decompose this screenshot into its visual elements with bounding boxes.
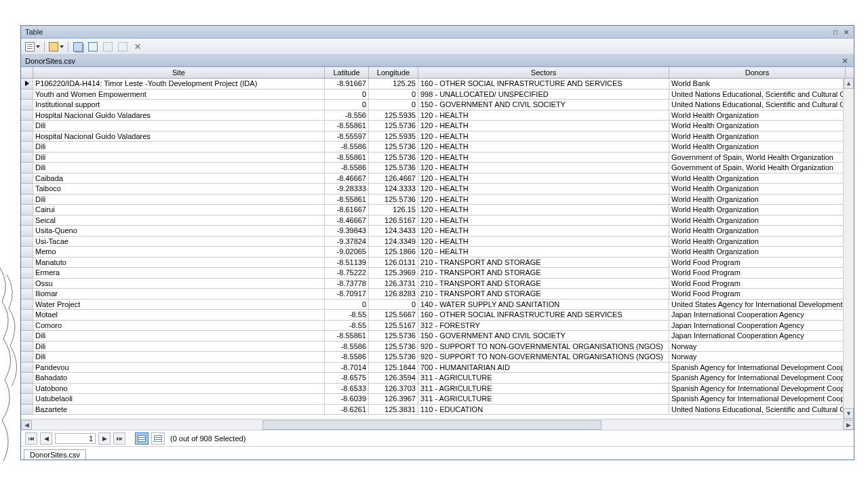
- cell-longitude[interactable]: 125.5736: [369, 121, 418, 131]
- related-tables-button[interactable]: [47, 40, 65, 54]
- row-selector[interactable]: [21, 121, 33, 131]
- cell-latitude[interactable]: -8.55861: [325, 331, 369, 342]
- table-row[interactable]: Institutional support00150 - GOVERNMENT …: [21, 100, 854, 110]
- row-selector[interactable]: [21, 163, 33, 174]
- row-selector[interactable]: [21, 226, 33, 237]
- cell-donors[interactable]: World Health Organization: [669, 226, 846, 237]
- table-row[interactable]: Iliomar-8.70917126.8283210 - TRANSPORT A…: [21, 289, 854, 300]
- cell-longitude[interactable]: 126.3703: [369, 384, 418, 394]
- cell-latitude[interactable]: -9.02065: [325, 247, 369, 258]
- cell-longitude[interactable]: 125.3831: [369, 405, 418, 415]
- switch-selection-button[interactable]: [86, 40, 100, 54]
- table-row[interactable]: Dili-8.5586125.5736920 - SUPPORT TO NON-…: [21, 352, 854, 363]
- table-row[interactable]: Usi-Tacae-9.37824124.3349120 - HEALTHWor…: [21, 237, 854, 247]
- cell-sectors[interactable]: 120 - HEALTH: [418, 247, 669, 258]
- col-header-latitude[interactable]: Latitude: [325, 67, 369, 78]
- cell-donors[interactable]: World Health Organization: [669, 195, 846, 205]
- row-selector[interactable]: [21, 321, 33, 331]
- cell-longitude[interactable]: 125.5935: [369, 131, 418, 142]
- cell-donors[interactable]: World Food Program: [669, 289, 846, 300]
- table-row[interactable]: Bazartete-8.6261125.3831110 - EDUCATIONU…: [21, 405, 854, 415]
- cell-site[interactable]: Bahadato: [33, 373, 325, 384]
- cell-latitude[interactable]: -8.5586: [325, 163, 369, 174]
- table-row[interactable]: Hospital Nacional Guido Valadares-8.5559…: [21, 131, 854, 142]
- cell-latitude[interactable]: -8.5586: [325, 142, 369, 152]
- row-selector[interactable]: [21, 268, 33, 279]
- cell-sectors[interactable]: 120 - HEALTH: [418, 205, 669, 216]
- cell-site[interactable]: Ossu: [33, 279, 325, 289]
- cell-sectors[interactable]: 998 - UNALLOCATED/ UNSPECIFIED: [418, 89, 669, 100]
- cell-site[interactable]: Dili: [33, 331, 325, 342]
- cell-site[interactable]: Motael: [33, 310, 325, 321]
- cell-latitude[interactable]: -8.55861: [325, 121, 369, 131]
- cell-latitude[interactable]: -9.28333: [325, 184, 369, 195]
- cell-longitude[interactable]: 125.5736: [369, 163, 418, 174]
- row-selector[interactable]: [21, 352, 33, 363]
- row-selector[interactable]: [21, 384, 33, 394]
- cell-latitude[interactable]: -8.61667: [325, 205, 369, 216]
- delete-button[interactable]: ✕: [131, 40, 144, 54]
- cell-site[interactable]: Usita-Queno: [33, 226, 325, 237]
- cell-latitude[interactable]: -8.46667: [325, 216, 369, 226]
- cell-site[interactable]: Dili: [33, 152, 325, 163]
- first-record-button[interactable]: ⏮: [25, 432, 37, 445]
- row-selector[interactable]: [21, 394, 33, 405]
- horizontal-scrollbar[interactable]: ◀ ▶: [21, 419, 854, 430]
- cell-site[interactable]: Bazartete: [33, 405, 325, 415]
- row-selector[interactable]: [21, 279, 33, 289]
- row-selector[interactable]: [21, 300, 33, 310]
- cell-site[interactable]: Dili: [33, 195, 325, 205]
- cell-sectors[interactable]: 150 - GOVERNMENT AND CIVIL SOCIETY: [418, 331, 669, 342]
- cell-latitude[interactable]: -8.6533: [325, 384, 369, 394]
- cell-sectors[interactable]: 311 - AGRICULTURE: [418, 384, 669, 394]
- cell-donors[interactable]: World Health Organization: [669, 174, 846, 184]
- row-selector[interactable]: [21, 405, 33, 415]
- cell-donors[interactable]: World Food Program: [669, 258, 846, 268]
- cell-donors[interactable]: United Nations Educational, Scientific a…: [669, 100, 846, 110]
- grid-body[interactable]: P106220/IDA-H414: Timor Leste -Youth Dev…: [21, 79, 854, 419]
- cell-sectors[interactable]: 312 - FORESTRY: [418, 321, 669, 331]
- cell-longitude[interactable]: 124.3433: [369, 226, 418, 237]
- cell-longitude[interactable]: 124.3333: [369, 184, 418, 195]
- cell-longitude[interactable]: 126.8283: [369, 289, 418, 300]
- table-row[interactable]: Cairui-8.61667126.15120 - HEALTHWorld He…: [21, 205, 854, 216]
- cell-sectors[interactable]: 311 - AGRICULTURE: [418, 394, 669, 405]
- row-selector[interactable]: [21, 363, 33, 373]
- row-selector-header[interactable]: [21, 67, 33, 78]
- cell-donors[interactable]: United Nations Educational, Scientific a…: [669, 89, 846, 100]
- cell-site[interactable]: Uatubelaoli: [33, 394, 325, 405]
- cell-sectors[interactable]: 120 - HEALTH: [418, 110, 669, 121]
- cell-sectors[interactable]: 120 - HEALTH: [418, 184, 669, 195]
- cell-sectors[interactable]: 150 - GOVERNMENT AND CIVIL SOCIETY: [418, 100, 669, 110]
- table-row[interactable]: Youth and Women Empowerment00998 - UNALL…: [21, 89, 854, 100]
- row-selector[interactable]: [21, 174, 33, 184]
- cell-site[interactable]: Memo: [33, 247, 325, 258]
- cell-longitude[interactable]: 125.1866: [369, 247, 418, 258]
- table-row[interactable]: Manatuto-8.51139126.0131210 - TRANSPORT …: [21, 258, 854, 268]
- record-number-input[interactable]: [55, 433, 96, 444]
- row-selector[interactable]: [21, 110, 33, 121]
- scroll-thumb[interactable]: [262, 420, 601, 430]
- table-row[interactable]: Water Project00140 - WATER SUPPLY AND SA…: [21, 300, 854, 310]
- cell-site[interactable]: Caibada: [33, 174, 325, 184]
- table-row[interactable]: Seical-8.46667126.5167120 - HEALTHWorld …: [21, 216, 854, 226]
- cell-site[interactable]: Dili: [33, 163, 325, 174]
- cell-donors[interactable]: World Bank: [669, 79, 846, 89]
- cell-latitude[interactable]: -8.91667: [325, 79, 369, 89]
- cell-latitude[interactable]: -8.7014: [325, 363, 369, 373]
- scroll-down-icon[interactable]: ▼: [844, 408, 854, 419]
- scroll-up-icon[interactable]: ▲: [844, 78, 854, 89]
- cell-latitude[interactable]: -8.70917: [325, 289, 369, 300]
- cell-donors[interactable]: Spanish Agency for International Develop…: [669, 394, 846, 405]
- cell-sectors[interactable]: 120 - HEALTH: [418, 163, 669, 174]
- cell-latitude[interactable]: -9.39843: [325, 226, 369, 237]
- table-row[interactable]: Dili-8.55861125.5736120 - HEALTHWorld He…: [21, 195, 854, 205]
- cell-sectors[interactable]: 700 - HUMANITARIAN AID: [418, 363, 669, 373]
- cell-latitude[interactable]: -8.5586: [325, 352, 369, 363]
- cell-donors[interactable]: Japan International Cooperation Agency: [669, 321, 846, 331]
- cell-donors[interactable]: World Health Organization: [669, 205, 846, 216]
- cell-sectors[interactable]: 120 - HEALTH: [418, 195, 669, 205]
- cell-longitude[interactable]: 125.25: [369, 79, 418, 89]
- cell-sectors[interactable]: 311 - AGRICULTURE: [418, 373, 669, 384]
- cell-donors[interactable]: United States Agency for International D…: [669, 300, 846, 310]
